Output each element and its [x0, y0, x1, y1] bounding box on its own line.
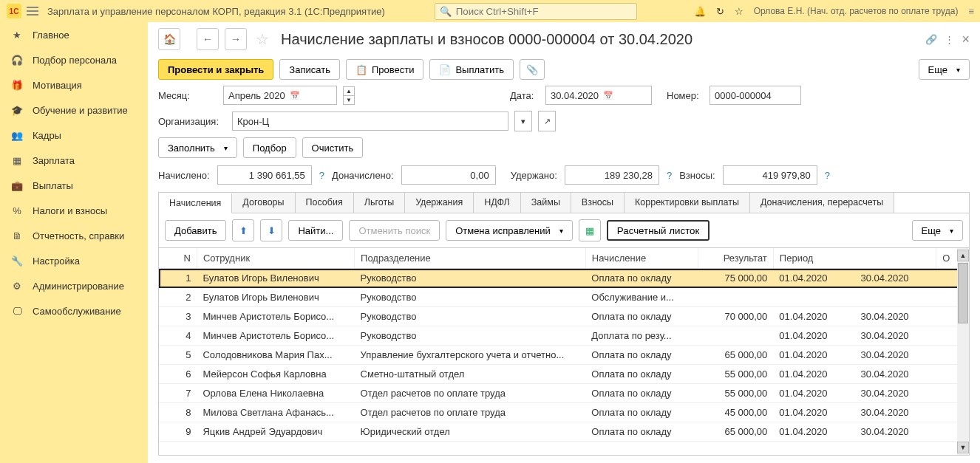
history-icon[interactable]: ↻ [716, 6, 724, 17]
nav-main[interactable]: ★Главное [0, 22, 148, 23]
global-search[interactable]: 🔍 [435, 3, 637, 20]
nav-sidebar: ★Главное 🎧Подбор персонала 🎁Мотивация 🎓О… [0, 22, 149, 23]
hamburger-icon[interactable] [24, 0, 41, 22]
svg-text:1C: 1C [10, 7, 19, 16]
search-input[interactable] [455, 5, 632, 18]
doc-header: 🏠 ← → ☆ Начисление зарплаты и взносов 00… [148, 22, 980, 23]
star-icon[interactable]: ☆ [735, 6, 743, 17]
logo-1c-icon: 1C [6, 3, 22, 19]
bell-icon[interactable]: 🔔 [694, 6, 706, 17]
app-topbar: 1C Зарплата и управление персоналом КОРП… [0, 0, 980, 23]
settings-menu-icon[interactable]: ≡ [968, 6, 974, 17]
content-area: 🏠 ← → ☆ Начисление зарплаты и взносов 00… [148, 22, 980, 23]
current-user[interactable]: Орлова Е.Н. (Нач. отд. расчетов по оплат… [754, 6, 959, 16]
search-icon: 🔍 [440, 6, 452, 17]
app-title: Зарплата и управление персоналом КОРП, р… [47, 6, 385, 17]
